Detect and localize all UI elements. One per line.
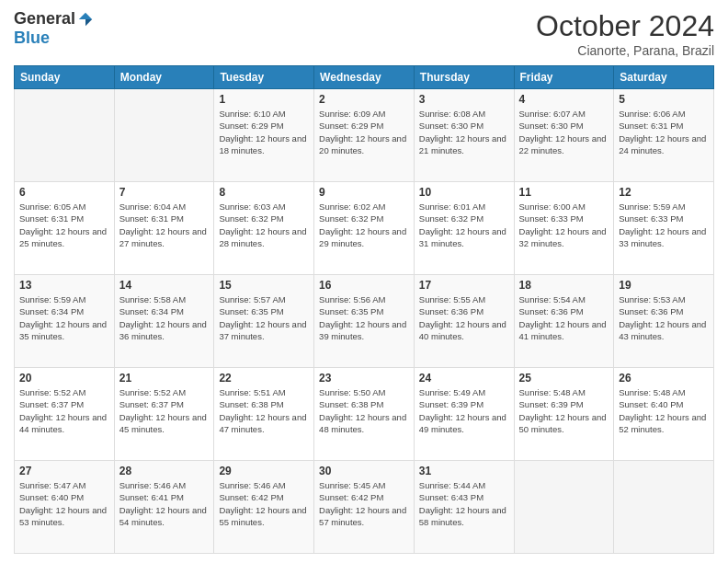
day-info: Sunrise: 6:05 AM Sunset: 6:31 PM Dayligh… <box>19 201 109 249</box>
calendar-cell: 13Sunrise: 5:59 AM Sunset: 6:34 PM Dayli… <box>15 275 115 368</box>
day-number: 1 <box>219 93 309 106</box>
day-info: Sunrise: 6:08 AM Sunset: 6:30 PM Dayligh… <box>419 108 509 156</box>
header-row: Sunday Monday Tuesday Wednesday Thursday… <box>15 66 714 89</box>
calendar-cell: 29Sunrise: 5:46 AM Sunset: 6:42 PM Dayli… <box>214 461 314 554</box>
calendar-cell: 4Sunrise: 6:07 AM Sunset: 6:30 PM Daylig… <box>514 89 614 182</box>
day-info: Sunrise: 6:00 AM Sunset: 6:33 PM Dayligh… <box>519 201 609 249</box>
calendar-cell: 12Sunrise: 5:59 AM Sunset: 6:33 PM Dayli… <box>614 182 714 275</box>
calendar-week-4: 20Sunrise: 5:52 AM Sunset: 6:37 PM Dayli… <box>15 368 714 461</box>
day-info: Sunrise: 5:59 AM Sunset: 6:34 PM Dayligh… <box>19 293 109 342</box>
day-info: Sunrise: 5:56 AM Sunset: 6:35 PM Dayligh… <box>319 293 409 342</box>
calendar-table: Sunday Monday Tuesday Wednesday Thursday… <box>14 65 714 554</box>
day-number: 14 <box>119 279 210 292</box>
day-info: Sunrise: 5:53 AM Sunset: 6:36 PM Dayligh… <box>619 293 709 342</box>
svg-marker-1 <box>85 19 92 26</box>
calendar-cell <box>15 89 115 182</box>
day-number: 9 <box>319 186 409 199</box>
col-friday: Friday <box>514 66 614 89</box>
calendar-cell: 19Sunrise: 5:53 AM Sunset: 6:36 PM Dayli… <box>614 275 714 368</box>
calendar-week-2: 6Sunrise: 6:05 AM Sunset: 6:31 PM Daylig… <box>15 182 714 275</box>
day-info: Sunrise: 5:57 AM Sunset: 6:35 PM Dayligh… <box>219 293 309 342</box>
day-number: 31 <box>419 465 509 477</box>
day-info: Sunrise: 5:58 AM Sunset: 6:34 PM Dayligh… <box>119 293 210 342</box>
calendar-cell <box>114 89 214 182</box>
col-tuesday: Tuesday <box>214 66 314 89</box>
day-number: 25 <box>519 372 609 385</box>
day-number: 5 <box>619 93 709 106</box>
day-info: Sunrise: 6:10 AM Sunset: 6:29 PM Dayligh… <box>219 108 309 156</box>
day-info: Sunrise: 5:48 AM Sunset: 6:40 PM Dayligh… <box>619 386 709 435</box>
calendar-week-3: 13Sunrise: 5:59 AM Sunset: 6:34 PM Dayli… <box>15 275 714 368</box>
day-number: 21 <box>119 372 210 385</box>
calendar-cell: 7Sunrise: 6:04 AM Sunset: 6:31 PM Daylig… <box>114 182 214 275</box>
header: General Blue October 2024 Cianorte, Para… <box>14 9 714 58</box>
day-info: Sunrise: 6:09 AM Sunset: 6:29 PM Dayligh… <box>319 108 409 156</box>
day-number: 28 <box>119 465 210 477</box>
day-info: Sunrise: 6:06 AM Sunset: 6:31 PM Dayligh… <box>619 108 709 156</box>
day-number: 26 <box>619 372 709 385</box>
calendar-cell: 20Sunrise: 5:52 AM Sunset: 6:37 PM Dayli… <box>15 368 115 461</box>
day-number: 3 <box>419 93 509 106</box>
calendar-cell: 11Sunrise: 6:00 AM Sunset: 6:33 PM Dayli… <box>514 182 614 275</box>
logo: General Blue <box>14 9 94 48</box>
calendar-cell: 23Sunrise: 5:50 AM Sunset: 6:38 PM Dayli… <box>314 368 415 461</box>
day-number: 4 <box>519 93 609 106</box>
calendar-cell: 14Sunrise: 5:58 AM Sunset: 6:34 PM Dayli… <box>114 275 214 368</box>
calendar-cell: 28Sunrise: 5:46 AM Sunset: 6:41 PM Dayli… <box>114 461 214 554</box>
day-info: Sunrise: 5:46 AM Sunset: 6:42 PM Dayligh… <box>219 479 309 528</box>
day-info: Sunrise: 5:55 AM Sunset: 6:36 PM Dayligh… <box>419 293 509 342</box>
logo-icon <box>77 11 94 28</box>
day-number: 8 <box>219 186 309 199</box>
calendar-cell: 17Sunrise: 5:55 AM Sunset: 6:36 PM Dayli… <box>414 275 514 368</box>
day-number: 11 <box>519 186 609 199</box>
day-info: Sunrise: 5:59 AM Sunset: 6:33 PM Dayligh… <box>619 201 709 249</box>
calendar-cell: 22Sunrise: 5:51 AM Sunset: 6:38 PM Dayli… <box>214 368 314 461</box>
day-number: 19 <box>619 279 709 292</box>
day-info: Sunrise: 5:51 AM Sunset: 6:38 PM Dayligh… <box>219 386 309 435</box>
page: General Blue October 2024 Cianorte, Para… <box>0 0 728 563</box>
day-number: 30 <box>319 465 409 477</box>
calendar-cell: 25Sunrise: 5:48 AM Sunset: 6:39 PM Dayli… <box>514 368 614 461</box>
day-info: Sunrise: 6:01 AM Sunset: 6:32 PM Dayligh… <box>419 201 509 249</box>
col-saturday: Saturday <box>614 66 714 89</box>
day-info: Sunrise: 5:44 AM Sunset: 6:43 PM Dayligh… <box>419 479 509 528</box>
day-number: 24 <box>419 372 509 385</box>
calendar-cell <box>514 461 614 554</box>
calendar-cell: 16Sunrise: 5:56 AM Sunset: 6:35 PM Dayli… <box>314 275 415 368</box>
day-number: 23 <box>319 372 409 385</box>
calendar-cell: 31Sunrise: 5:44 AM Sunset: 6:43 PM Dayli… <box>414 461 514 554</box>
day-info: Sunrise: 5:50 AM Sunset: 6:38 PM Dayligh… <box>319 386 409 435</box>
day-info: Sunrise: 6:02 AM Sunset: 6:32 PM Dayligh… <box>319 201 409 249</box>
calendar-cell: 10Sunrise: 6:01 AM Sunset: 6:32 PM Dayli… <box>414 182 514 275</box>
calendar-cell: 18Sunrise: 5:54 AM Sunset: 6:36 PM Dayli… <box>514 275 614 368</box>
calendar-cell: 24Sunrise: 5:49 AM Sunset: 6:39 PM Dayli… <box>414 368 514 461</box>
col-monday: Monday <box>114 66 214 89</box>
title-section: October 2024 Cianorte, Parana, Brazil <box>536 9 714 58</box>
day-info: Sunrise: 5:52 AM Sunset: 6:37 PM Dayligh… <box>19 386 109 435</box>
calendar-cell: 30Sunrise: 5:45 AM Sunset: 6:42 PM Dayli… <box>314 461 415 554</box>
calendar-cell: 6Sunrise: 6:05 AM Sunset: 6:31 PM Daylig… <box>15 182 115 275</box>
day-number: 10 <box>419 186 509 199</box>
calendar-week-1: 1Sunrise: 6:10 AM Sunset: 6:29 PM Daylig… <box>15 89 714 182</box>
col-wednesday: Wednesday <box>314 66 415 89</box>
day-number: 17 <box>419 279 509 292</box>
calendar-cell: 5Sunrise: 6:06 AM Sunset: 6:31 PM Daylig… <box>614 89 714 182</box>
day-number: 6 <box>19 186 109 199</box>
logo-general-text: General <box>14 9 75 29</box>
calendar-cell: 21Sunrise: 5:52 AM Sunset: 6:37 PM Dayli… <box>114 368 214 461</box>
calendar-cell: 27Sunrise: 5:47 AM Sunset: 6:40 PM Dayli… <box>15 461 115 554</box>
day-info: Sunrise: 6:07 AM Sunset: 6:30 PM Dayligh… <box>519 108 609 156</box>
day-number: 12 <box>619 186 709 199</box>
calendar-cell: 26Sunrise: 5:48 AM Sunset: 6:40 PM Dayli… <box>614 368 714 461</box>
day-info: Sunrise: 5:52 AM Sunset: 6:37 PM Dayligh… <box>119 386 210 435</box>
col-thursday: Thursday <box>414 66 514 89</box>
day-info: Sunrise: 5:45 AM Sunset: 6:42 PM Dayligh… <box>319 479 409 528</box>
day-number: 29 <box>219 465 309 477</box>
logo-blue-text: Blue <box>14 29 50 48</box>
calendar-cell: 8Sunrise: 6:03 AM Sunset: 6:32 PM Daylig… <box>214 182 314 275</box>
day-info: Sunrise: 5:46 AM Sunset: 6:41 PM Dayligh… <box>119 479 210 528</box>
calendar-cell: 9Sunrise: 6:02 AM Sunset: 6:32 PM Daylig… <box>314 182 415 275</box>
day-number: 22 <box>219 372 309 385</box>
day-number: 18 <box>519 279 609 292</box>
day-number: 20 <box>19 372 109 385</box>
